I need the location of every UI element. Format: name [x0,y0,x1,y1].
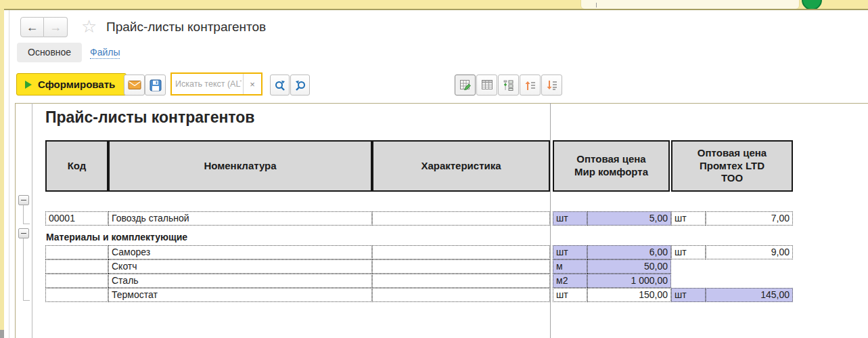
find-text-box: × [170,72,262,96]
find-next-button[interactable] [270,75,290,96]
cell-unit-2[interactable] [671,259,706,274]
user-avatar[interactable] [802,0,822,10]
mail-icon [128,80,141,90]
grouping-levels-button[interactable] [498,75,519,96]
cell-unit-1[interactable]: шт [553,211,587,226]
save-icon [150,79,162,91]
cell-code[interactable]: 00001 [45,211,108,226]
generate-button[interactable]: Сформировать [16,73,127,96]
find-previous-icon [294,79,306,91]
text-caret [596,3,597,7]
clear-search-button[interactable]: × [243,74,261,94]
cell-code[interactable] [45,274,108,288]
grouping-margin-line [32,103,32,338]
page-title: Прайс-листы контрагентов [106,20,266,35]
group-header-label[interactable]: Материалы и комплектующие [46,232,187,242]
collapse-group-2-button[interactable] [18,228,29,238]
cell-unit-1[interactable]: шт [553,245,587,259]
panel-edge-line [9,10,9,338]
table-header-row: Код Номенклатура Характеристика Оптовая … [45,140,793,192]
cell-characteristic[interactable] [372,259,550,274]
find-next-icon [274,79,286,91]
table-row: Сталь м2 1 000,00 [45,274,793,288]
table-row: Скотч м 50,00 [45,259,793,274]
generate-button-label: Сформировать [38,79,115,90]
tab-main[interactable]: Основное [17,43,82,62]
expand-groups-button[interactable] [541,75,562,96]
cell-nomenclature[interactable]: Скотч [108,259,372,274]
cell-price-1[interactable]: 1 000,00 [587,274,671,288]
header-code: Код [45,140,108,192]
cell-characteristic[interactable] [372,245,550,259]
collapse-group-1-button[interactable] [18,195,29,205]
forward-button[interactable]: → [44,17,68,37]
cell-unit-1[interactable]: м [553,259,587,274]
save-button[interactable] [145,75,166,96]
group-1-stem [23,205,24,224]
cell-code[interactable] [45,259,108,274]
cell-unit-2[interactable]: шт [671,245,706,259]
favorite-star-icon[interactable]: ☆ [81,16,97,37]
cell-price-2[interactable]: 9,00 [706,245,793,259]
cell-price-1[interactable]: 50,00 [587,259,671,274]
tab-files[interactable]: Файлы [90,47,120,59]
cell-price-2[interactable] [706,274,793,288]
play-icon [25,81,32,89]
cell-code[interactable] [45,288,108,302]
cell-characteristic[interactable] [372,288,550,302]
table-row: Термостат шт 150,00 шт 145,00 [45,288,793,302]
grouping-levels-icon [503,79,515,91]
cell-nomenclature[interactable]: Говоздь стальной [108,211,372,226]
header-characteristic: Характеристика [372,140,550,192]
cell-unit-2[interactable] [671,274,706,288]
edit-table-icon [459,79,472,91]
send-mail-button[interactable] [124,75,145,96]
top-app-bar [0,0,868,10]
collapse-groups-icon [524,79,536,91]
report-left-border [15,103,16,338]
app-window: ← → ☆ Прайс-листы контрагентов Основное … [0,0,868,338]
group-2-tick [23,300,30,301]
global-search-input[interactable] [580,0,800,9]
cell-unit-1[interactable]: м2 [553,274,587,288]
cell-characteristic[interactable] [372,211,550,226]
cell-characteristic[interactable] [372,274,550,288]
cell-price-2[interactable] [706,259,793,274]
header-price-mir-komforta: Оптовая цена Мир комфорта [553,140,670,192]
cell-unit-1[interactable]: шт [553,288,587,302]
edit-table-button[interactable] [455,75,476,96]
find-previous-button[interactable] [290,75,310,96]
group-2-stem [23,238,24,301]
find-text-input[interactable] [172,79,243,89]
report-top-border [15,103,868,104]
window-left-edge-foot [0,330,4,338]
cell-nomenclature[interactable]: Сталь [108,274,372,288]
cell-price-1[interactable]: 6,00 [587,245,671,259]
cell-nomenclature[interactable]: Саморез [108,245,372,259]
group-1-tick [23,224,30,224]
minus-icon [21,233,26,234]
cell-price-2[interactable]: 7,00 [706,211,793,226]
expand-groups-icon [546,79,558,91]
cell-price-2[interactable]: 145,00 [706,288,793,302]
cell-unit-2[interactable]: шт [671,288,706,302]
cell-unit-2[interactable]: шт [671,211,706,226]
grid-icon [481,79,493,91]
cell-price-1[interactable]: 5,00 [587,211,671,226]
minus-icon [21,200,26,200]
collapse-groups-button[interactable] [520,75,541,96]
show-grid-button[interactable] [476,75,497,96]
header-nomenclature: Номенклатура [108,140,372,192]
history-nav-group: ← → [20,17,68,37]
cell-price-1[interactable]: 150,00 [587,288,671,302]
window-left-edge [0,9,4,330]
table-row: 00001 Говоздь стальной шт 5,00 шт 7,00 [45,211,793,226]
back-button[interactable]: ← [20,17,44,37]
header-price-promtech: Оптовая цена Промтех LTD ТОО [671,140,793,192]
table-row: Саморез шт 6,00 шт 9,00 [45,245,793,259]
cell-code[interactable] [45,245,108,259]
report-title: Прайс-листы контрагентов [45,108,254,127]
cell-nomenclature[interactable]: Термостат [108,288,372,302]
